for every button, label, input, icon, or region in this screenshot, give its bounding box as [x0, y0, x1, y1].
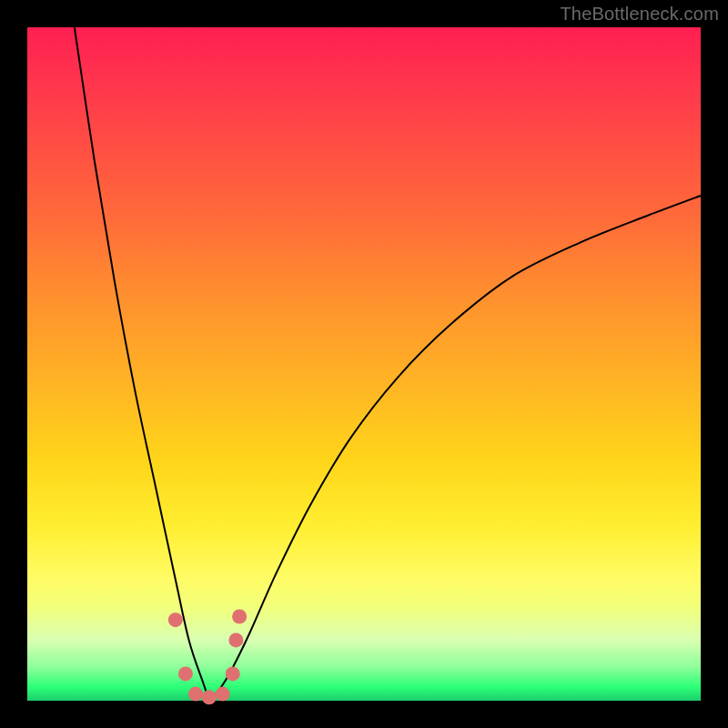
marker-point	[216, 687, 230, 702]
marker-point	[178, 666, 193, 681]
markers-group	[168, 610, 247, 705]
marker-point	[188, 687, 203, 702]
marker-point	[168, 612, 183, 627]
bottleneck-curve	[75, 27, 701, 698]
plot-area	[27, 27, 701, 701]
marker-point	[228, 632, 243, 647]
chart-frame: TheBottleneck.com	[0, 0, 728, 728]
chart-svg	[27, 27, 701, 701]
marker-point	[226, 666, 240, 681]
marker-point	[232, 610, 247, 624]
watermark-text: TheBottleneck.com	[560, 4, 719, 25]
marker-point	[202, 690, 217, 704]
